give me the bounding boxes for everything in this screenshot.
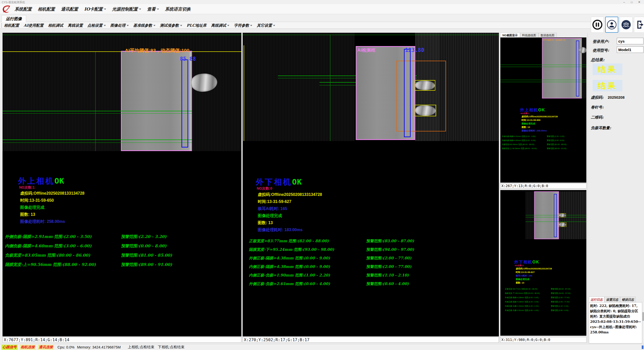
tab-ng-screenshot[interactable]: NG截图显示 xyxy=(500,33,520,37)
menu-items: 系统配置 相机配置 通讯配置 IO卡配置 光源控制配置 查看 系统语言切换 xyxy=(15,4,191,14)
camera-result-title: 外上相机OK xyxy=(18,176,64,186)
menu-light-config[interactable]: 光源控制配置 xyxy=(112,6,141,12)
thumb2-pixel-coords: X:311;Y:980;R:0;G:0;B:0 xyxy=(500,337,587,343)
thumb-done: 图像处理完成 xyxy=(522,122,535,125)
negative-tab-count-label: 负极耳数量: xyxy=(591,126,611,130)
time-text: 时间:13-31-59-627 xyxy=(258,199,291,204)
exit-door-icon xyxy=(635,20,644,30)
view-tab-row: 运行图像 xyxy=(0,14,644,22)
window-controls: – □ ✕ xyxy=(620,0,643,4)
left-camera-image[interactable]: AI平均阈值:93，动态阈值:100 85.88 xyxy=(3,33,241,151)
tool-camera-config[interactable]: 相机配置 xyxy=(4,23,19,28)
menu-view[interactable]: 查看 xyxy=(147,6,159,12)
title-bar: CYS-视觉检测系统 – □ ✕ xyxy=(0,0,644,4)
thumb-frames: 图数: 13 xyxy=(516,281,524,285)
thumb-vcode: 虚拟码:Offline20250208133134728 xyxy=(516,267,552,270)
center-camera-panel: AI检测框 123.80 外下相机OK NG次数:0 虚拟码:Offline20… xyxy=(243,33,499,336)
close-icon[interactable]: ✕ xyxy=(635,0,643,4)
log-scrollbar[interactable] xyxy=(642,302,644,343)
measure-value-overlay: 85.88 xyxy=(180,56,196,62)
measurement-row: 外侧正极-负极=2.61mm 范围:(0.60 - 4.00)预警范围:(0.6… xyxy=(249,282,499,287)
tool-camera-debug[interactable]: 相机调试 xyxy=(48,23,63,28)
menu-system-config[interactable]: 系统配置 xyxy=(15,6,32,12)
center-camera-image[interactable]: AI检测框 123.80 xyxy=(243,33,499,141)
menu-comm-config[interactable]: 通讯配置 xyxy=(61,6,78,12)
toolbar: 相机配置 AI使用配置 相机调试 离线设置 点检设置 图像处理 基准线参数 测试… xyxy=(0,22,644,29)
tab-yellow-box xyxy=(415,80,435,91)
comm-connect-badge: 通讯连接 xyxy=(38,345,54,350)
thumb-ng: NG次数:0 xyxy=(515,264,524,267)
tool-baseline-params[interactable]: 基准线参数 xyxy=(133,23,155,28)
model-input[interactable] xyxy=(617,46,643,53)
chevron-down-icon xyxy=(157,9,159,10)
tab-run-image[interactable]: 运行图像 xyxy=(2,15,26,22)
tool-other-settings[interactable]: 其它设置 xyxy=(257,23,275,28)
user-group-icon xyxy=(621,20,631,30)
login-user-input[interactable] xyxy=(617,38,643,44)
tool-char-params[interactable]: 字符参数 xyxy=(234,23,252,28)
tool-offline-debug[interactable]: 离线调试 xyxy=(211,23,229,28)
thumb-ai-elapsed: 极耳AI耗时: 165 xyxy=(516,274,532,277)
thumb-measurement-row: 内侧正极-隔膜=4.38mm 范围:(0.00 - 9.00)预警范围:(2.0… xyxy=(505,301,587,303)
thumb-frames: 图数: 13 xyxy=(522,126,530,129)
tool-test-item-params[interactable]: 测试项参数 xyxy=(160,23,182,28)
thumb-measurement-row: 内侧正极-负极=1.90mm 范围:(1.00 - 2.20)预警范围:(1.1… xyxy=(505,305,587,307)
user-manage-button[interactable] xyxy=(620,17,633,33)
thumb-measurement-row: 负极宽度=83.05mm 范围:(80.00 - 86.00)预警范围:(81.… xyxy=(502,143,586,146)
sheet-edge-line xyxy=(190,52,190,151)
ai-threshold-overlay: AI平均阈值:93，动态阈值:100 xyxy=(125,47,189,54)
measurement-row: 内侧正极-隔膜=4.38mm 范围:(0.00 - 9.00)预警范围:(2.0… xyxy=(249,264,499,269)
log-scrollbar-thumb[interactable] xyxy=(642,312,644,321)
total-result-label: 总结果: xyxy=(591,57,604,63)
toolbar-grip-handle[interactable] xyxy=(1,23,2,28)
measure-blue-box xyxy=(404,49,411,137)
electrode-tab-blob xyxy=(579,47,587,53)
log-content: 耗时: 222, 缺陷检测耗时: 17, 缺陷分类耗时: 0, 缺陷提取分区耗时… xyxy=(589,302,642,343)
process-done-text: 图像处理完成 xyxy=(20,205,44,210)
memory-usage-text: Memory: 3424.41796875M xyxy=(77,345,121,349)
time-text: 时间:13-31-59-650 xyxy=(20,198,54,203)
tab-yellow-box xyxy=(559,222,566,227)
tab-error-log[interactable]: 错误日志 xyxy=(620,297,636,302)
tab-data-curve[interactable]: 数据曲线图 xyxy=(538,33,557,37)
tab-settings-log[interactable]: 设置日志 xyxy=(604,297,620,302)
ng-count-text: NG次数:1 xyxy=(19,185,35,190)
cpu-usage-text: Cpu: 0.0% xyxy=(57,345,75,349)
tool-image-processing[interactable]: 图像处理 xyxy=(110,23,129,28)
tool-spot-check-settings[interactable]: 点检设置 xyxy=(87,23,106,28)
thumb-ng: NG次数:1 xyxy=(521,112,529,115)
pause-button[interactable] xyxy=(591,17,604,33)
thumb1-pixel-coords: X:267;Y:13;R:0;G:0;B:0 xyxy=(500,183,587,189)
menu-language-switch[interactable]: 系统语言切换 xyxy=(165,6,191,12)
tool-offline-settings[interactable]: 离线设置 xyxy=(68,23,83,28)
ng-thumbnail-lower[interactable]: 外下相机OK NG次数:0 虚拟码:Offline202502081331347… xyxy=(500,190,587,336)
menu-camera-config[interactable]: 相机配置 xyxy=(38,6,55,12)
thumb-measurement-row: 外侧负极-隔膜=2.91mm 范围:(2.00 - 3.50)预警范围:(2.2… xyxy=(502,135,586,138)
measurement-row: 正极宽度=83.77mm 范围:(82.00 - 88.00)预警范围:(83.… xyxy=(249,239,499,244)
measurement-row: 负极宽度=83.05mm 范围:(80.00 - 86.00)预警范围:(81.… xyxy=(5,253,241,258)
thumb-ai-text: AI平均阈值:93，动态阈值:100 xyxy=(543,39,565,41)
login-user-button[interactable] xyxy=(605,17,618,33)
left-camera-panel: AI平均阈值:93，动态阈值:100 85.88 外上相机OK NG次数:1 虚… xyxy=(3,33,241,336)
minimize-icon[interactable]: – xyxy=(620,0,628,4)
process-elapsed-text: 图像处理耗时: 258.00ms xyxy=(20,219,65,224)
tool-plc-address-lib[interactable]: PLC地址库 xyxy=(187,23,207,28)
chevron-down-icon xyxy=(180,25,182,26)
tab-run-log[interactable]: 运行日志 xyxy=(589,297,604,302)
heartbeat-badge: 心跳信号 xyxy=(2,345,18,350)
maximize-icon[interactable]: □ xyxy=(628,0,635,4)
process-elapsed-text: 图像处理耗时: 183.00ms xyxy=(258,227,303,233)
menu-io-card-config[interactable]: IO卡配置 xyxy=(84,6,106,12)
tab-material-curve[interactable]: 料线曲线图 xyxy=(520,33,538,37)
virtual-code-value: 20250208 xyxy=(608,95,625,99)
ng-thumbnail-upper[interactable]: AI平均阈值:93，动态阈值:100 外上相机OK NG次数:1 虚拟码:Off… xyxy=(500,37,587,183)
ai-elapsed-text: 极耳AI耗时: 165 xyxy=(258,206,287,212)
camera-result-title: 外下相机OK xyxy=(256,177,302,187)
virtual-code-text: 虚拟码:Offline20250208133134728 xyxy=(258,192,322,197)
thumb-measurement-row: 隔膜宽度-下=95.24mm 范围:(93.00 - 98.00)预警范围:(9… xyxy=(505,292,587,295)
frame-count-text: 图数: 13 xyxy=(258,220,273,226)
exit-button[interactable] xyxy=(634,17,644,33)
tool-ai-usage-config[interactable]: AI使用配置 xyxy=(24,23,44,28)
resize-grip[interactable] xyxy=(642,345,643,349)
measurement-row: 内侧负极-隔膜=4.60mm 范围:(3.00 - 6.00)预警范围:(0.0… xyxy=(5,243,241,249)
